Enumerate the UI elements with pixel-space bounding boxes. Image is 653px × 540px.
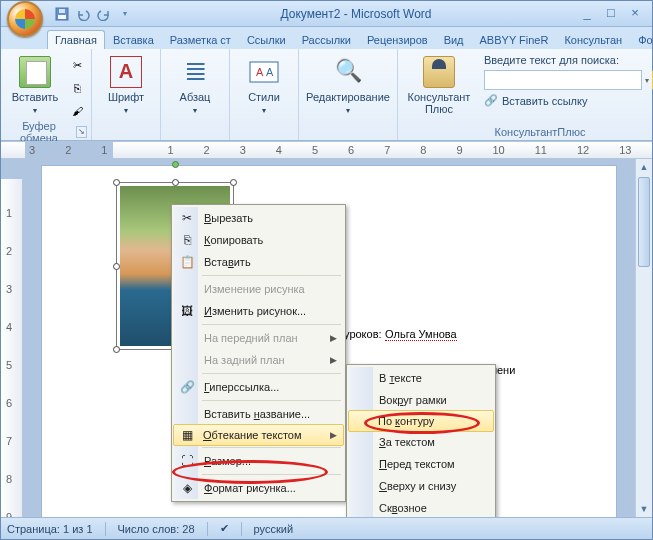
context-menu-item-1[interactable]: ⎘Копировать: [174, 229, 343, 251]
tab-mailings[interactable]: Рассылки: [294, 30, 359, 49]
scroll-up-icon[interactable]: ▲: [636, 159, 652, 175]
consultant-button[interactable]: Консультант Плюс: [402, 51, 476, 121]
tab-view[interactable]: Вид: [436, 30, 472, 49]
context-menu-item-10[interactable]: 🔗Гиперссылка...: [174, 376, 343, 398]
copy-icon[interactable]: ⎘: [67, 78, 87, 98]
paste-button[interactable]: Вставить▾: [5, 51, 65, 121]
group-clipboard: Вставить▾ ✂ ⎘ 🖌 Буфер обмена↘: [1, 49, 92, 140]
undo-icon[interactable]: [74, 5, 92, 23]
wrap-submenu-label-6: Сквозное: [379, 502, 427, 514]
scroll-thumb[interactable]: [638, 177, 650, 267]
context-menu-item-8: На задний план▶: [174, 349, 343, 371]
titlebar: ▾ Документ2 - Microsoft Word _ □ ×: [1, 1, 652, 27]
status-words[interactable]: Число слов: 28: [118, 523, 195, 535]
context-menu-label-13: Обтекание текстом: [203, 429, 302, 441]
context-menu-icon-15: ⛶: [179, 453, 195, 469]
context-menu-label-1: Копировать: [204, 234, 263, 246]
vertical-scrollbar[interactable]: ▲ ▼: [635, 159, 652, 517]
svg-text:A: A: [256, 66, 264, 78]
tab-references[interactable]: Ссылки: [239, 30, 294, 49]
submenu-arrow-icon: ▶: [330, 430, 337, 440]
format-painter-icon[interactable]: 🖌: [67, 101, 87, 121]
cut-icon[interactable]: ✂: [67, 55, 87, 75]
context-menu-label-12: Вставить название...: [204, 408, 310, 420]
tab-home[interactable]: Главная: [47, 30, 105, 49]
tab-abbyy[interactable]: ABBYY FineR: [472, 30, 557, 49]
svg-rect-1: [58, 15, 66, 19]
scroll-down-icon[interactable]: ▼: [636, 501, 652, 517]
context-menu-item-5[interactable]: 🖼Изменить рисунок...: [174, 300, 343, 322]
styles-icon: AA: [248, 56, 280, 88]
window-controls: _ □ ×: [578, 6, 644, 22]
wrap-submenu-label-3: За текстом: [379, 436, 435, 448]
context-menu-item-4: Изменение рисунка: [174, 278, 343, 300]
group-consultant: Консультант Плюс Введите текст для поиск…: [398, 49, 653, 140]
find-icon: 🔍: [332, 56, 364, 88]
font-button[interactable]: AШрифт▾: [96, 51, 156, 121]
restore-button[interactable]: □: [602, 6, 620, 22]
context-menu-item-0[interactable]: ✂Вырезать: [174, 207, 343, 229]
wrap-submenu-label-4: Перед текстом: [379, 458, 455, 470]
submenu-arrow-icon: ▶: [330, 355, 337, 365]
redo-icon[interactable]: [95, 5, 113, 23]
context-menu-item-17[interactable]: ◈Формат рисунка...: [174, 477, 343, 499]
context-menu-item-2[interactable]: 📋Вставить: [174, 251, 343, 273]
context-menu-icon-13: ▦: [179, 427, 195, 443]
wrap-submenu-item-5[interactable]: Сверху и снизу: [349, 475, 493, 497]
app-window: ▾ Документ2 - Microsoft Word _ □ × Главн…: [0, 0, 653, 540]
styles-button[interactable]: AAСтили▾: [234, 51, 294, 121]
wrap-submenu-item-0[interactable]: В тексте: [349, 367, 493, 389]
context-menu-label-2: Вставить: [204, 256, 251, 268]
save-icon[interactable]: [53, 5, 71, 23]
office-button[interactable]: [7, 1, 43, 37]
qat-dropdown-icon[interactable]: ▾: [116, 5, 134, 23]
tab-consultant[interactable]: Консультан: [556, 30, 630, 49]
context-menu-item-13[interactable]: ▦Обтекание текстом▶: [173, 424, 344, 446]
ruler-vertical[interactable]: 12345678910: [1, 159, 23, 517]
context-menu-icon-0: ✂: [179, 210, 195, 226]
context-menu-label-10: Гиперссылка...: [204, 381, 279, 393]
context-menu-label-7: На передний план: [204, 332, 298, 344]
context-menu-item-15[interactable]: ⛶Размер...: [174, 450, 343, 472]
group-consultant-title: КонсультантПлюс: [495, 126, 586, 138]
wrap-submenu-item-4[interactable]: Перед текстом: [349, 453, 493, 475]
context-menu-icon-17: ◈: [179, 480, 195, 496]
tab-insert[interactable]: Вставка: [105, 30, 162, 49]
status-page[interactable]: Страница: 1 из 1: [7, 523, 93, 535]
paragraph-button[interactable]: ≣Абзац▾: [165, 51, 225, 121]
tab-review[interactable]: Рецензиров: [359, 30, 436, 49]
consultant-label: Консультант Плюс: [403, 91, 475, 115]
window-title: Документ2 - Microsoft Word: [134, 7, 578, 21]
link-icon: 🔗: [484, 94, 498, 107]
wrap-submenu-item-1[interactable]: Вокруг рамки: [349, 389, 493, 411]
wrap-submenu-label-1: Вокруг рамки: [379, 394, 447, 406]
search-label: Введите текст для поиска:: [484, 54, 653, 66]
context-menu-label-4: Изменение рисунка: [204, 283, 305, 295]
paste-icon: [19, 56, 51, 88]
submenu-arrow-icon: ▶: [330, 333, 337, 343]
tab-pagelayout[interactable]: Разметка ст: [162, 30, 239, 49]
group-font: AШрифт▾: [92, 49, 161, 140]
svg-text:A: A: [266, 66, 274, 78]
status-language[interactable]: русский: [254, 523, 293, 535]
wrap-submenu-item-3[interactable]: За текстом: [349, 431, 493, 453]
wrap-submenu-item-2[interactable]: По контуру: [348, 410, 494, 432]
clipboard-launcher[interactable]: ↘: [76, 126, 87, 138]
paragraph-icon: ≣: [179, 56, 211, 88]
status-spellcheck-icon[interactable]: ✔: [220, 522, 229, 535]
wrap-submenu-label-0: В тексте: [379, 372, 422, 384]
close-button[interactable]: ×: [626, 6, 644, 22]
wrap-submenu-item-6[interactable]: Сквозное: [349, 497, 493, 517]
quick-access-toolbar: ▾: [53, 5, 134, 23]
svg-rect-3: [250, 62, 278, 82]
paste-label: Вставить: [12, 91, 59, 103]
ribbon: Вставить▾ ✂ ⎘ 🖌 Буфер обмена↘ AШрифт▾ ≣А…: [1, 49, 652, 141]
minimize-button[interactable]: _: [578, 6, 596, 22]
context-menu-item-12[interactable]: Вставить название...: [174, 403, 343, 425]
ruler-horizontal[interactable]: 3211234567891011121314151617: [1, 141, 652, 159]
font-label: Шрифт: [108, 91, 144, 103]
tab-format[interactable]: Формат: [630, 30, 653, 49]
insert-link-button[interactable]: 🔗Вставить ссылку: [484, 94, 653, 107]
search-input[interactable]: [484, 70, 642, 90]
editing-button[interactable]: 🔍Редактирование▾: [303, 51, 393, 121]
